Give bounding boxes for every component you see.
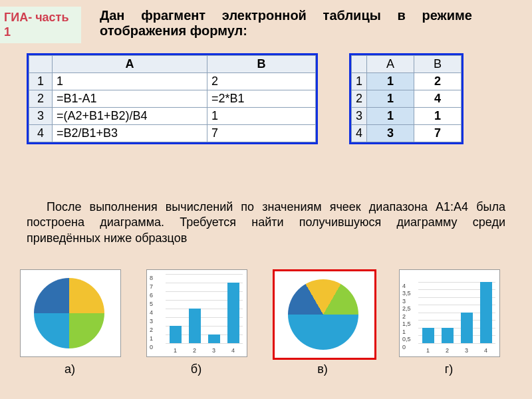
- option-label-a: а): [20, 362, 120, 376]
- cell: 2: [414, 73, 462, 90]
- option-label-b: б): [146, 362, 246, 376]
- pie-chart-icon: [34, 278, 104, 348]
- pie-chart-icon: [288, 279, 358, 350]
- cell: =B2/B1+B3: [53, 125, 207, 142]
- badge-line1: ГИА- часть: [4, 11, 69, 24]
- option-label-c: в): [273, 362, 372, 376]
- option-label-d: г): [399, 362, 499, 376]
- cell: =(A2+B1+B2)/B4: [53, 108, 207, 125]
- cell: 1: [53, 73, 207, 90]
- cell: 2: [207, 73, 316, 90]
- row-header: 3: [352, 108, 367, 125]
- row-header: 1: [352, 73, 367, 90]
- col-header-A: A: [53, 56, 207, 73]
- bar-chart-icon: 0123456781234: [166, 274, 243, 343]
- corner-cell: [29, 56, 53, 73]
- cell: =2*B1: [207, 90, 316, 108]
- chart-option-c: [273, 269, 376, 360]
- cell: =B1-A1: [53, 90, 207, 108]
- page-title: Дан фрагмент электронной таблицы в режим…: [100, 8, 472, 39]
- row-header: 2: [29, 90, 53, 108]
- section-badge: ГИА- часть 1: [0, 7, 81, 43]
- row-header: 3: [29, 108, 53, 125]
- spreadsheet-formulas: A B 1 1 2 2 =B1-A1 =2*B1 3 =(A2+B1+B2)/B…: [27, 53, 318, 144]
- col-header-A: A: [367, 56, 414, 73]
- cell: 4: [414, 90, 462, 108]
- cell: 1: [367, 90, 414, 108]
- cell: 1: [367, 73, 414, 90]
- spreadsheet-values: A B 1 1 2 2 1 4 3 1 1 4 3 7: [349, 53, 464, 144]
- cell: 1: [367, 108, 414, 125]
- corner-cell: [352, 56, 367, 73]
- cell: 7: [414, 125, 462, 142]
- row-header: 2: [352, 90, 367, 108]
- chart-option-d: 00,511,522,533,541234: [399, 269, 500, 357]
- chart-option-b: 0123456781234: [146, 269, 247, 357]
- chart-option-a: [20, 269, 121, 357]
- row-header: 1: [29, 73, 53, 90]
- cell: 1: [414, 108, 462, 125]
- row-header: 4: [29, 125, 53, 142]
- task-text: После выполнения вычислений по значениям…: [27, 200, 505, 246]
- cell: 1: [207, 108, 316, 125]
- col-header-B: B: [414, 56, 462, 73]
- bar-chart-icon: 00,511,522,533,541234: [418, 274, 495, 343]
- cell: 3: [367, 125, 414, 142]
- row-header: 4: [352, 125, 367, 142]
- cell: 7: [207, 125, 316, 142]
- badge-line2: 1: [4, 25, 11, 39]
- chart-options-row: а) 0123456781234 б) в) 00,511,522,533,54…: [20, 269, 512, 382]
- col-header-B: B: [207, 56, 316, 73]
